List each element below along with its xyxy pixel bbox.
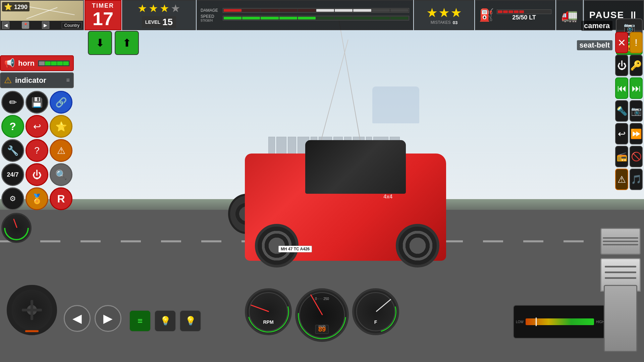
pedal-line-3 — [605, 277, 636, 279]
gas-pedal[interactable] — [600, 258, 641, 352]
share-btn[interactable]: 🔗 — [50, 91, 72, 114]
mini-gauge-bar — [526, 318, 594, 325]
fuel-seg-8 — [535, 10, 540, 13]
horn-seg-1 — [39, 61, 45, 65]
close-btn[interactable]: ✕ — [615, 32, 628, 53]
undo-btn[interactable]: ↩ — [615, 123, 628, 144]
gear-down-btn[interactable]: ⬇ — [88, 31, 112, 55]
speedometers: RPM 89 mph 0 · · · 250 F — [184, 288, 460, 342]
edit-btn[interactable]: ✏ — [1, 91, 24, 114]
mini-gauge-low-label: LOW — [516, 320, 524, 324]
music-btn[interactable]: 🎵 — [630, 169, 643, 190]
radio-btn[interactable]: 📻 — [615, 146, 628, 167]
warning2-btn[interactable]: ⚠ — [50, 139, 72, 162]
car-roof — [305, 140, 406, 194]
horn-seg-5 — [63, 61, 69, 65]
horn-seg-4 — [57, 61, 63, 65]
car-window — [372, 86, 419, 123]
fuel-seg-9 — [540, 10, 545, 13]
damage-seg-4 — [279, 9, 297, 12]
map-footer: ◀ 📍 ▶ Country — [1, 21, 83, 29]
4x4-badge: 4x4 — [383, 194, 392, 200]
pedal-lines — [605, 266, 636, 279]
flashlight-btn[interactable]: 🔦 — [615, 100, 628, 122]
fuel-gauge: F — [352, 288, 399, 335]
no-signal-btn[interactable]: 🚫 — [630, 146, 643, 167]
speed-seg-8 — [353, 17, 371, 19]
speed-gauge: 89 mph 0 · · · 250 — [295, 288, 349, 342]
prev-btn[interactable]: ⏮ — [615, 77, 628, 99]
save-btn[interactable]: 💾 — [25, 91, 48, 114]
center-stars-row: ★ ★ ★ — [426, 5, 462, 20]
center-star-3: ★ — [450, 5, 462, 20]
next-btn[interactable]: ⏭ — [630, 77, 643, 99]
sw-spoke-horizontal — [22, 309, 42, 311]
speed-seg-5 — [298, 17, 316, 19]
speed-seg-2 — [242, 17, 260, 19]
damage-label: DAMAGE — [201, 8, 221, 13]
power-btn[interactable]: ⏻ — [615, 55, 628, 76]
center-stars-box: ★ ★ ★ MISTAKES 03 — [414, 0, 474, 30]
damage-seg-6 — [316, 9, 334, 12]
gear-up-btn[interactable]: ⬆ — [115, 31, 139, 55]
fuel-seg-1 — [498, 10, 502, 13]
speed-seg-6 — [316, 17, 334, 19]
center-star-2: ★ — [438, 5, 450, 20]
left-panel: 📢 horn ⚠ indicator ≡ ✏ 💾 🔗 ? ↩ ⭐ — [0, 55, 74, 243]
brake-pedal-area — [600, 228, 641, 255]
key-btn[interactable]: 🔑 — [630, 55, 643, 76]
rpm-gauge: RPM — [245, 288, 292, 335]
map-content: ⭐ 1290 — [1, 1, 83, 21]
medal-btn[interactable]: 🏅 — [25, 187, 48, 210]
level-badge: LEVEL 15 — [142, 16, 176, 28]
time247-btn[interactable]: 24/7 — [1, 163, 24, 186]
wrench2-btn[interactable]: ⚙ — [1, 187, 24, 210]
alert-btn[interactable]: ⚠ — [615, 169, 628, 190]
timer-box: TIMER 17 — [85, 0, 121, 30]
level-label: LEVEL — [145, 19, 160, 25]
map-location-icon: 📍 — [22, 21, 29, 29]
mini-gauges: LOW HIGH — [513, 305, 607, 339]
nav-back-btn[interactable]: ◀ — [64, 305, 91, 332]
map-prev-btn[interactable]: ◀ — [2, 21, 9, 29]
mistakes-label: MISTAKES — [431, 20, 451, 25]
brake-line-2 — [603, 241, 638, 242]
score-value: 1290 — [14, 4, 28, 10]
warning-btn[interactable]: ! — [630, 32, 643, 53]
headlight-low-btn[interactable]: 💡 — [154, 310, 176, 332]
fuel-bar-area: 25/50 LT — [497, 9, 551, 21]
horn-icon: 📢 — [4, 58, 15, 68]
indicator-label: indicator — [15, 76, 63, 85]
help-btn[interactable]: ? — [1, 115, 24, 138]
zoom-btn[interactable]: 🔍 — [50, 163, 72, 186]
speed-bar-track — [223, 16, 409, 20]
reset-btn[interactable]: R — [50, 187, 72, 210]
timer-value: 17 — [93, 9, 113, 28]
map-next-btn[interactable]: ▶ — [42, 21, 49, 29]
damage-seg-3 — [261, 9, 278, 12]
top-bar: ⭐ 1290 ◀ 📍 ▶ Country TIMER 17 ★ ★ ★ ★ — [0, 0, 644, 30]
ff-btn[interactable]: ⏩ — [630, 123, 643, 144]
damage-seg-5 — [298, 9, 316, 12]
speed-arc — [288, 281, 356, 349]
horn-label: horn — [18, 59, 35, 68]
nav-forward-btn[interactable]: ▶ — [95, 305, 121, 332]
steering-wheel-outer — [7, 285, 57, 335]
fuel-seg-4 — [514, 10, 519, 13]
pedal-line-2 — [605, 272, 636, 273]
brake-pedal[interactable] — [600, 228, 641, 255]
fuel-box: ⛽ 25/50 LT — [475, 0, 555, 30]
pedal-base — [604, 285, 637, 352]
player-car: MH 47 TC A426 4x4 — [228, 120, 463, 261]
fuel-seg-3 — [508, 10, 513, 13]
turnaround-btn[interactable]: ↩ — [25, 115, 48, 138]
fuel-icon: ⛽ — [479, 8, 494, 22]
photo-btn[interactable]: 📷 — [630, 100, 643, 122]
favorite-btn[interactable]: ⭐ — [50, 115, 72, 138]
car-wheel-front — [396, 224, 439, 267]
power2-btn[interactable]: ⏻ — [25, 163, 48, 186]
tools-btn[interactable]: 🔧 — [1, 139, 24, 162]
fog-light-btn[interactable]: ≡ — [129, 310, 151, 332]
question-btn[interactable]: ? — [25, 139, 48, 162]
steering-wheel[interactable] — [7, 285, 57, 335]
